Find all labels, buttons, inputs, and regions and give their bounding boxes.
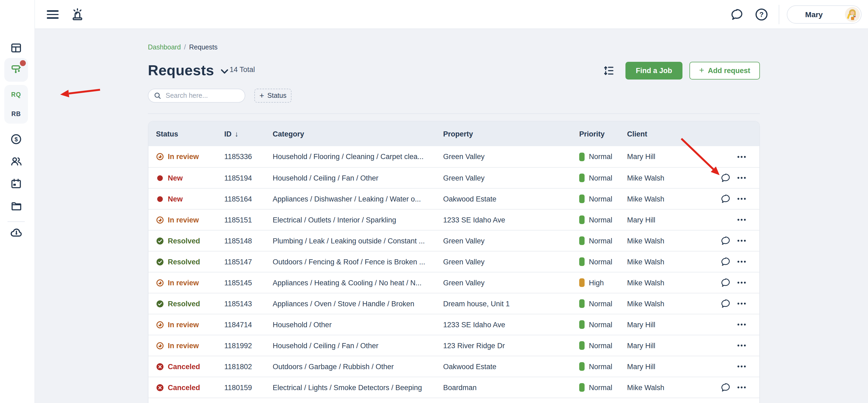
row-height-settings-icon[interactable] xyxy=(601,63,616,78)
priority-indicator xyxy=(579,278,585,287)
table-row[interactable]: In review 1185145 Appliances / Heating &… xyxy=(149,272,760,293)
client-cell: Mike Walsh xyxy=(627,272,702,293)
table-row[interactable]: New 1185164 Appliances / Dishwasher / Le… xyxy=(149,188,760,209)
find-a-job-button[interactable]: Find a Job xyxy=(625,62,682,79)
property-cell: Green Valley xyxy=(443,251,575,272)
chat-icon[interactable] xyxy=(719,293,732,314)
priority-indicator xyxy=(579,257,585,266)
status-cell: New xyxy=(156,168,183,188)
sidebar-item-rb[interactable]: RB xyxy=(4,104,28,124)
sidebar-item-rq[interactable]: RQ xyxy=(4,85,28,104)
column-header-id[interactable]: ID ↓ xyxy=(224,122,239,146)
sidebar-item-properties[interactable] xyxy=(4,195,28,218)
status-cell: In review xyxy=(156,209,199,230)
table-row[interactable]: In review 1185151 Electrical / Outlets /… xyxy=(149,209,760,230)
hamburger-menu-icon[interactable] xyxy=(47,10,59,19)
status-resolved-icon xyxy=(156,258,164,266)
status-filter-button[interactable]: + Status xyxy=(254,89,291,103)
more-options-icon[interactable] xyxy=(735,314,748,335)
siren-icon[interactable] xyxy=(70,7,85,22)
priority-indicator xyxy=(579,152,585,161)
sidebar-item-people[interactable] xyxy=(4,150,28,174)
dollar-icon: $ xyxy=(10,132,23,147)
chevron-down-icon[interactable] xyxy=(220,69,228,74)
sidebar-item-requests[interactable] xyxy=(4,58,28,82)
more-options-icon[interactable] xyxy=(735,293,748,314)
chat-icon[interactable] xyxy=(719,231,732,251)
sidebar-item-dashboard[interactable] xyxy=(4,37,28,60)
sidebar-item-billing[interactable]: $ xyxy=(4,128,28,152)
priority-label: Normal xyxy=(589,237,612,245)
table-row[interactable]: In review 1181992 Household / Ceiling / … xyxy=(149,335,760,356)
priority-cell: Normal xyxy=(579,209,612,230)
column-header-property[interactable]: Property xyxy=(443,122,575,146)
status-label: In review xyxy=(168,321,199,329)
category-cell: Appliances / Dishwasher / Leaking / Wate… xyxy=(273,189,437,209)
chat-icon[interactable] xyxy=(719,377,732,398)
help-icon[interactable]: ? xyxy=(754,7,769,22)
topbar: ? Mary xyxy=(35,0,868,29)
request-id: 1178413 xyxy=(224,398,252,403)
client-cell: Mike Walsh xyxy=(627,168,702,188)
priority-label: Normal xyxy=(589,341,612,349)
category-cell: Outdoors / Fencing & Roof / Fence is Bro… xyxy=(273,251,437,272)
status-in-review-icon xyxy=(156,153,164,161)
client-cell: Mary Hill xyxy=(627,335,702,356)
priority-cell: Normal xyxy=(579,356,612,377)
category-cell: Outdoors / Garbage / Rubbish / Other xyxy=(273,356,437,377)
more-options-icon[interactable] xyxy=(735,251,748,272)
status-cell: Canceled xyxy=(156,377,200,398)
more-options-icon[interactable] xyxy=(735,335,748,356)
table-row[interactable]: New 1185194 Household / Ceiling / Fan / … xyxy=(149,167,760,188)
more-options-icon[interactable] xyxy=(735,377,748,398)
more-options-icon[interactable] xyxy=(735,146,748,167)
column-header-client[interactable]: Client xyxy=(627,122,702,146)
notification-dot xyxy=(20,60,26,66)
client-cell: Mary Hill xyxy=(627,146,702,167)
table-row[interactable]: Resolved 1185143 Appliances / Oven / Sto… xyxy=(149,293,760,314)
request-id: 1185151 xyxy=(224,209,252,230)
more-options-icon[interactable] xyxy=(735,272,748,293)
priority-label: Normal xyxy=(589,383,612,392)
more-options-icon[interactable] xyxy=(735,189,748,209)
table-row[interactable]: Canceled 1180159 Electrical / Lights / S… xyxy=(149,377,760,398)
user-menu-button[interactable]: Mary xyxy=(787,5,862,24)
property-cell: 123 River Ridge Dr xyxy=(443,335,575,356)
table-row[interactable]: In review 1178413 Electrical / Lights / … xyxy=(149,398,760,403)
more-options-icon[interactable] xyxy=(735,168,748,188)
client-cell: Mary Hill xyxy=(627,314,702,335)
chat-icon[interactable] xyxy=(719,272,732,293)
breadcrumb-dashboard-link[interactable]: Dashboard xyxy=(148,43,181,51)
table-row[interactable]: Canceled 1181802 Outdoors / Garbage / Ru… xyxy=(149,356,760,377)
column-header-status[interactable]: Status xyxy=(156,122,178,146)
avatar xyxy=(845,7,860,22)
client-cell: Mike Walsh xyxy=(627,293,702,314)
table-row[interactable]: Resolved 1185147 Outdoors / Fencing & Ro… xyxy=(149,251,760,272)
category-cell: Electrical / Lights / Smoke Detectors / … xyxy=(273,377,437,398)
chat-icon[interactable] xyxy=(719,251,732,272)
column-header-category[interactable]: Category xyxy=(273,122,437,146)
column-header-priority[interactable]: Priority xyxy=(579,122,605,146)
more-options-icon[interactable] xyxy=(735,209,748,230)
more-options-icon[interactable] xyxy=(735,231,748,251)
priority-cell: Normal xyxy=(579,335,612,356)
status-cell: Resolved xyxy=(156,251,200,272)
status-cell: Canceled xyxy=(156,356,200,377)
status-canceled-icon xyxy=(156,383,164,392)
property-cell: Green Valley xyxy=(443,231,575,251)
chat-icon[interactable] xyxy=(719,189,732,209)
priority-cell: Normal xyxy=(579,398,612,403)
table-row[interactable]: Resolved 1185148 Plumbing / Leak / Leaki… xyxy=(149,230,760,251)
sidebar-item-downloads[interactable] xyxy=(4,222,28,245)
more-options-icon[interactable] xyxy=(735,356,748,377)
chat-bubble-icon[interactable] xyxy=(730,7,744,22)
more-options-icon[interactable] xyxy=(735,398,748,403)
breadcrumb: Dashboard / Requests xyxy=(148,43,218,51)
table-row[interactable]: In review 1184714 Household / Other 1233… xyxy=(149,314,760,335)
chat-icon[interactable] xyxy=(719,168,732,188)
add-request-button[interactable]: + Add request xyxy=(689,62,760,79)
search-input[interactable] xyxy=(164,91,239,100)
table-row[interactable]: In review 1185336 Household / Flooring /… xyxy=(149,146,760,167)
priority-indicator xyxy=(579,383,585,392)
sidebar-item-calendar[interactable] xyxy=(4,172,28,196)
